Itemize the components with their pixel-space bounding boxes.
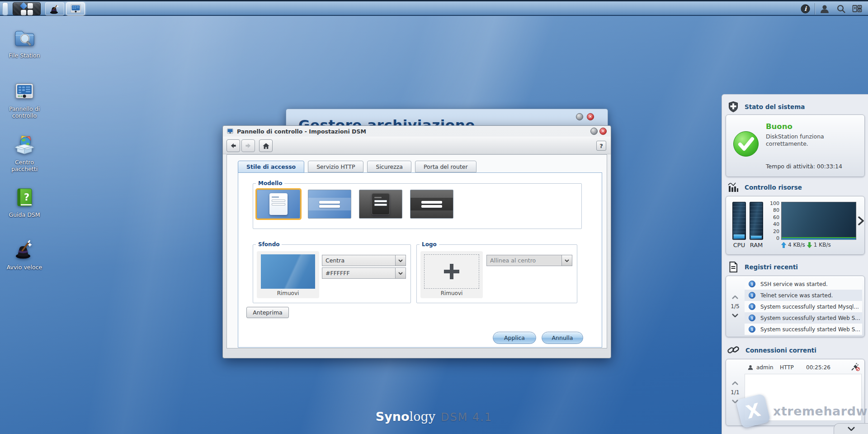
info-icon (749, 315, 755, 321)
system-info-button[interactable]: i (797, 2, 813, 15)
chevron-right-icon (858, 216, 864, 225)
connections-title: Connessioni correnti (745, 347, 816, 354)
log-row[interactable]: System successfully started Web S... (745, 312, 862, 324)
desktop-icon-label: Centro pacchetti (3, 159, 46, 172)
synology-dsm-logo: SynologyDSM 4.1 (316, 410, 552, 424)
pilot-view-icon (852, 4, 863, 14)
dropdown-trigger[interactable] (395, 268, 406, 278)
desktop-icon-package-center[interactable]: Centro pacchetti (3, 134, 46, 172)
close-button[interactable] (599, 128, 607, 135)
log-row[interactable]: System successfully started Web S... (745, 324, 862, 335)
template-thumb-dark-bar[interactable] (410, 190, 453, 219)
login-band-preview (410, 198, 453, 210)
chevron-down-icon (565, 259, 569, 262)
svg-text:?: ? (24, 192, 29, 203)
chevron-down-icon (848, 427, 855, 431)
desktop-icon-quick-start[interactable]: Avvio veloce (3, 239, 46, 271)
back-arrow-icon (230, 142, 237, 149)
main-menu-button[interactable] (13, 2, 41, 15)
control-panel-icon (14, 81, 35, 102)
wallpaper-position-value: Centra (322, 255, 395, 266)
resource-detail-button[interactable] (858, 216, 864, 227)
disconnect-plug-icon (851, 363, 860, 371)
upload-line (782, 238, 856, 240)
template-legend: Modello (256, 180, 284, 186)
chain-link-icon (727, 344, 740, 356)
chevron-down-icon[interactable] (732, 314, 738, 317)
tab-http-service[interactable]: Servizio HTTP (308, 161, 363, 172)
apply-button[interactable]: Applica (493, 332, 536, 344)
log-text: Telnet service was started. (760, 292, 833, 299)
cancel-button[interactable]: Annulla (542, 332, 583, 344)
chevron-up-icon[interactable] (732, 296, 738, 299)
help-button[interactable]: ? (596, 141, 606, 151)
forward-button[interactable] (241, 139, 255, 152)
dialog-toolbar: ? (223, 137, 611, 154)
logo-legend: Logo (420, 241, 439, 248)
info-icon (749, 303, 755, 310)
template-thumb-blue-bar[interactable] (308, 190, 351, 219)
connection-row[interactable]: admin HTTP 00:25:26 (745, 362, 862, 373)
tab-security[interactable]: Sicurezza (367, 161, 411, 172)
kill-connection-button[interactable] (851, 363, 860, 372)
plus-icon (450, 264, 453, 279)
connections-header: Connessioni correnti (727, 344, 816, 356)
desktop-icon-file-station[interactable]: File Station (3, 27, 46, 59)
show-desktop-button[interactable] (2, 2, 8, 15)
home-button[interactable] (259, 139, 273, 152)
pilot-view-button[interactable] (849, 2, 865, 15)
cpu-gauge (732, 202, 746, 240)
close-button[interactable] (587, 113, 594, 120)
ram-label: RAM (750, 242, 763, 248)
template-thumb-blue-card[interactable] (257, 190, 300, 219)
logo-fieldset: Logo Rimuovi Allinea al centro (416, 241, 577, 303)
desktop-icon-dsm-help[interactable]: ? Guida DSM (3, 186, 46, 218)
wallpaper-thumbnail[interactable] (261, 254, 315, 289)
background-fieldset: Sfondo Rimuovi Centra #FFFFFF (253, 241, 411, 303)
document-icon (727, 261, 739, 273)
tab-access-style[interactable]: Stile di accesso (238, 161, 304, 173)
status-good-check-icon (732, 130, 760, 157)
watermark-text: xtremehardware.com (773, 404, 868, 418)
ram-gauge (750, 202, 763, 240)
background-legend: Sfondo (256, 241, 282, 248)
back-button[interactable] (226, 139, 240, 152)
connections-page-indicator: 1/1 (731, 389, 739, 396)
dialog-titlebar[interactable]: Pannello di controllo - Impostazioni DSM (223, 126, 611, 137)
search-button[interactable] (833, 2, 849, 15)
watermark-logo: X (736, 393, 771, 429)
log-row[interactable]: System successfully started Mysql... (745, 301, 862, 312)
logo-align-select[interactable]: Allinea al centro (486, 255, 572, 266)
template-thumb-dark-card[interactable] (359, 190, 402, 219)
preview-button[interactable]: Anteprima (246, 307, 289, 318)
wallpaper-box: Rimuovi (257, 251, 319, 298)
remove-wallpaper-link[interactable]: Rimuovi (257, 290, 319, 296)
desktop-icon-label: Guida DSM (3, 211, 46, 218)
log-row[interactable]: SSH service was started. (745, 278, 862, 290)
minimize-button[interactable] (576, 113, 583, 120)
login-band-preview (308, 198, 351, 210)
desktop-icon-control-panel[interactable]: Pannello di controllo (3, 81, 46, 119)
search-icon (836, 4, 846, 14)
dropdown-trigger[interactable] (561, 255, 572, 266)
cpu-gauge-fill (734, 234, 745, 238)
taskbar-divider (815, 3, 815, 14)
chevron-down-icon (398, 259, 403, 262)
tab-router-port[interactable]: Porta del router (415, 161, 476, 172)
background-color-select[interactable]: #FFFFFF (322, 267, 406, 279)
dropdown-trigger[interactable] (395, 255, 406, 266)
chevron-up-icon[interactable] (732, 382, 738, 385)
taskbar-app-control-panel[interactable] (66, 2, 85, 15)
logo-text-bold: Syno (376, 410, 410, 424)
network-speeds: 4 KB/s 1 KB/s (781, 242, 831, 248)
main-menu-icon (20, 3, 33, 15)
log-row[interactable]: Telnet service was started. (745, 290, 862, 301)
magic-hat-icon (14, 239, 35, 261)
logo-upload-placeholder[interactable] (424, 254, 479, 289)
user-menu-button[interactable] (816, 2, 833, 15)
login-card-preview (372, 193, 390, 215)
minimize-button[interactable] (590, 128, 598, 135)
taskbar-app-quick-start[interactable] (45, 2, 64, 15)
wallpaper-position-select[interactable]: Centra (322, 255, 406, 266)
remove-logo-link[interactable]: Rimuovi (420, 290, 483, 296)
